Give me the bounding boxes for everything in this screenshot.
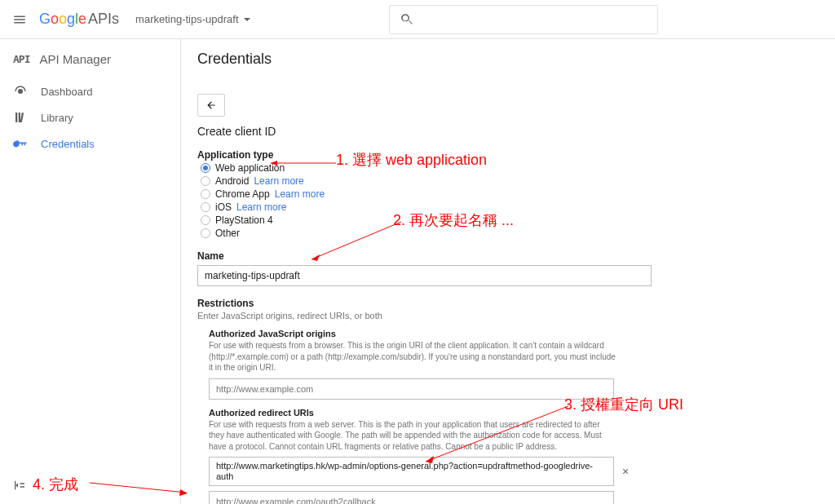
radio-icon <box>201 189 210 199</box>
sidebar-item-label: Dashboard <box>41 86 93 98</box>
js-origin-input[interactable] <box>209 378 614 400</box>
radio-icon <box>201 163 210 173</box>
radio-icon <box>201 228 210 238</box>
project-selector[interactable]: marketing-tips-updraft <box>135 13 250 25</box>
js-origins-label: Authorized JavaScript origins <box>209 329 835 338</box>
radio-label: PlayStation 4 <box>215 214 273 226</box>
back-button[interactable] <box>197 94 225 117</box>
radio-label: iOS <box>215 201 232 213</box>
main-content: Credentials Create client ID Application… <box>181 39 835 504</box>
radio-android[interactable]: Android Learn more <box>197 175 835 187</box>
radio-label: Other <box>215 228 240 239</box>
radio-other[interactable]: Other <box>197 228 835 239</box>
learn-more-link[interactable]: Learn more <box>236 201 286 213</box>
sidebar-item-dashboard[interactable]: Dashboard <box>0 78 180 104</box>
radio-label: Android <box>215 175 249 187</box>
search-icon <box>400 12 414 27</box>
sidebar: API API Manager Dashboard Library Creden… <box>0 39 181 504</box>
restrictions-subtext: Enter JavaScript origins, redirect URIs,… <box>197 311 835 321</box>
sidebar-item-label: Credentials <box>41 138 95 150</box>
js-origins-desc: For use with requests from a browser. Th… <box>209 340 616 374</box>
page-title: Credentials <box>197 39 835 79</box>
sidebar-item-label: Library <box>41 112 73 124</box>
collapse-sidebar-icon[interactable] <box>13 479 26 494</box>
redirect-uris-label: Authorized redirect URIs <box>209 408 835 418</box>
name-label: Name <box>197 250 835 262</box>
key-icon <box>13 136 28 151</box>
form-title: Create client ID <box>197 125 835 138</box>
radio-chrome-app[interactable]: Chrome App Learn more <box>197 188 835 200</box>
dashboard-icon <box>13 84 28 99</box>
redirect-uris-desc: For use with requests from a web server.… <box>209 419 616 453</box>
restrictions-label: Restrictions <box>197 298 835 309</box>
svg-point-0 <box>20 91 22 93</box>
google-apis-logo: Google APIs <box>39 11 119 28</box>
search-input[interactable] <box>389 5 658 34</box>
radio-label: Web application <box>215 162 285 174</box>
radio-label: Chrome App <box>215 188 270 200</box>
redirect-uri-input-2[interactable] <box>209 491 614 504</box>
redirect-uri-input-1[interactable]: http://www.marketingtips.hk/wp-admin/opt… <box>209 457 614 486</box>
name-input[interactable] <box>197 265 652 286</box>
radio-icon <box>201 202 210 212</box>
library-icon <box>13 110 28 125</box>
learn-more-link[interactable]: Learn more <box>275 188 325 200</box>
radio-icon <box>201 215 210 225</box>
api-icon: API <box>13 53 29 65</box>
sidebar-item-library[interactable]: Library <box>0 104 180 130</box>
top-header: Google APIs marketing-tips-updraft <box>0 0 835 39</box>
chevron-down-icon <box>244 18 250 21</box>
sidebar-header: API API Manager <box>0 39 180 78</box>
project-name: marketing-tips-updraft <box>135 13 238 25</box>
radio-ps4[interactable]: PlayStation 4 <box>197 214 835 226</box>
learn-more-link[interactable]: Learn more <box>254 175 303 187</box>
radio-icon <box>201 176 210 186</box>
menu-icon[interactable] <box>0 0 39 39</box>
radio-ios[interactable]: iOS Learn more <box>197 201 835 213</box>
sidebar-item-credentials[interactable]: Credentials <box>0 130 180 157</box>
remove-uri-button[interactable]: × <box>619 465 632 478</box>
radio-web-application[interactable]: Web application <box>197 162 835 174</box>
app-type-label: Application type <box>197 149 835 161</box>
sidebar-title: API Manager <box>39 52 111 66</box>
